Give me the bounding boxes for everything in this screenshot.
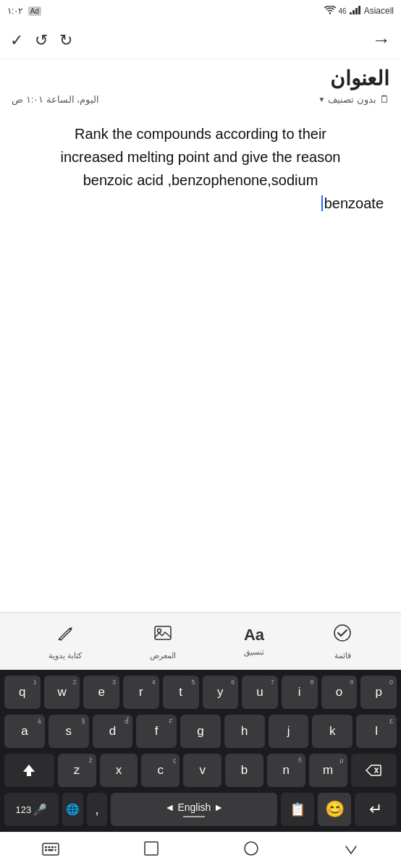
space-language-label: English	[177, 801, 211, 813]
check-button[interactable]: ✓	[10, 31, 23, 50]
key-o[interactable]: o9	[321, 676, 358, 709]
key-z[interactable]: zž	[58, 754, 96, 787]
emoji-key[interactable]: 😊	[318, 793, 351, 826]
document-header: العنوان 🗒 بدون تصنيف ▼ اليوم، الساعة ١:٠…	[0, 59, 401, 108]
enter-key[interactable]: ↵	[355, 793, 397, 826]
key-w[interactable]: w2	[44, 676, 80, 709]
formatting-button[interactable]: Aa تنسيق	[244, 626, 264, 657]
clipboard-key[interactable]: 📋	[281, 793, 314, 826]
circle-nav-icon[interactable]	[243, 841, 259, 861]
carrier-name: Asiacell	[364, 6, 394, 16]
home-nav-icon[interactable]	[143, 841, 159, 861]
signal-icon	[350, 5, 361, 17]
key-b[interactable]: b	[225, 754, 263, 787]
document-date: اليوم، الساعة ١:٠١ ص	[12, 94, 99, 105]
key-h[interactable]: h	[224, 715, 265, 748]
space-key[interactable]: ◄ English ►	[111, 793, 277, 826]
document-title[interactable]: العنوان	[12, 67, 389, 90]
status-time: ١:٠٢ Ad	[7, 6, 41, 16]
classify-label: بدون تصنيف	[328, 94, 376, 105]
svg-rect-5	[155, 626, 171, 639]
key-n[interactable]: nñ	[267, 754, 305, 787]
space-prev-arrow: ◄	[165, 801, 175, 813]
gallery-button[interactable]: المعرض	[150, 623, 176, 660]
svg-rect-13	[45, 849, 47, 851]
redo-button[interactable]: ↻	[59, 31, 72, 50]
key-d[interactable]: dd̂	[93, 715, 133, 748]
document-meta: 🗒 بدون تصنيف ▼ اليوم، الساعة ١:٠١ ص	[12, 93, 389, 105]
dropdown-icon: ▼	[318, 95, 325, 103]
key-y[interactable]: y6	[203, 676, 239, 709]
classify-icon: 🗒	[379, 93, 389, 105]
content-line-3: benzoic acid ,benzophenone,sodium	[17, 169, 384, 192]
time-display: ١:٠٢	[7, 6, 22, 16]
shift-key[interactable]	[4, 754, 54, 787]
handwriting-button[interactable]: كتابة يدوية	[48, 623, 82, 660]
key-i[interactable]: i8	[282, 676, 318, 709]
key-e[interactable]: e3	[83, 676, 119, 709]
svg-point-7	[334, 625, 350, 641]
undo-button[interactable]: ↺	[35, 31, 48, 50]
svg-rect-11	[51, 846, 54, 848]
key-k[interactable]: k	[312, 715, 353, 748]
keyboard-row-2: aá s§ dd̂ fF g h j k l£	[4, 715, 397, 748]
key-m[interactable]: mµ	[309, 754, 347, 787]
formatting-icon: Aa	[244, 626, 264, 644]
gallery-label: المعرض	[150, 651, 176, 660]
svg-rect-2	[353, 10, 355, 14]
svg-rect-3	[355, 8, 358, 14]
keyboard-row-1: q1 w2 e3 r4 t5 y6 u7 i8 o9 p0	[4, 676, 397, 709]
key-j[interactable]: j	[269, 715, 309, 748]
key-l[interactable]: l£	[356, 715, 397, 748]
done-button[interactable]: قائمة	[332, 623, 353, 660]
classify-section[interactable]: 🗒 بدون تصنيف ▼	[318, 93, 389, 105]
svg-rect-14	[48, 849, 54, 851]
svg-rect-15	[55, 849, 56, 851]
content-line-4: benzoate	[17, 192, 384, 215]
svg-point-17	[245, 842, 258, 855]
status-icons: 46 Asiacell	[324, 5, 394, 17]
content-body: Rank the compounds according to their in…	[17, 122, 384, 215]
key-v[interactable]: v	[183, 754, 221, 787]
num-key[interactable]: 123 🎤	[4, 793, 59, 826]
space-next-arrow: ►	[214, 801, 224, 813]
key-u[interactable]: u7	[242, 676, 278, 709]
gallery-icon	[153, 623, 173, 648]
formatting-label: تنسيق	[244, 647, 264, 657]
key-r[interactable]: r4	[123, 676, 159, 709]
next-button[interactable]: →	[372, 29, 391, 51]
keyboard: q1 w2 e3 r4 t5 y6 u7 i8 o9 p0 aá s§ dd̂ …	[0, 670, 401, 832]
space-underline	[183, 816, 205, 817]
key-f[interactable]: fF	[136, 715, 177, 748]
navigation-bar	[0, 832, 401, 868]
ad-label: Ad	[28, 7, 41, 16]
keyboard-nav-icon[interactable]	[42, 841, 59, 860]
key-x[interactable]: x	[100, 754, 138, 787]
key-s[interactable]: s§	[48, 715, 89, 748]
globe-key[interactable]: 🌐	[62, 793, 83, 826]
svg-rect-9	[45, 846, 47, 848]
svg-rect-10	[48, 846, 51, 848]
key-a[interactable]: aá	[4, 715, 45, 748]
comma-key[interactable]: ,	[87, 793, 108, 826]
key-q[interactable]: q1	[4, 676, 41, 709]
formatting-toolbar: كتابة يدوية المعرض Aa تنسيق قائمة	[0, 612, 401, 670]
toolbar-right-actions: →	[372, 29, 391, 51]
space-inner: ◄ English ►	[165, 801, 224, 813]
done-label: قائمة	[334, 651, 351, 660]
key-c[interactable]: cç	[141, 754, 180, 787]
handwriting-icon	[55, 623, 75, 648]
key-g[interactable]: g	[180, 715, 221, 748]
svg-rect-4	[358, 6, 360, 14]
done-icon	[332, 623, 353, 648]
svg-point-6	[157, 629, 161, 632]
handwriting-label: كتابة يدوية	[48, 651, 82, 660]
key-p[interactable]: p0	[360, 676, 397, 709]
content-line-4-text: benzoate	[324, 192, 384, 215]
key-t[interactable]: t5	[163, 676, 199, 709]
back-nav-icon[interactable]	[343, 841, 359, 861]
svg-rect-1	[350, 12, 352, 14]
backspace-key[interactable]	[351, 754, 397, 787]
status-bar: ١:٠٢ Ad 46 Asiacell	[0, 0, 401, 22]
document-content[interactable]: Rank the compounds according to their in…	[0, 108, 401, 612]
